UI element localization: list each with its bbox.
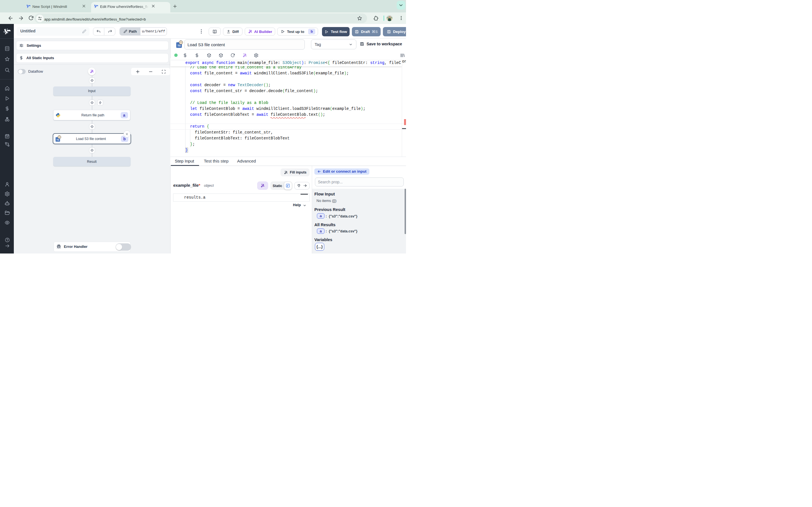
svg-text:TS: TS bbox=[177, 44, 181, 47]
svg-text:TS: TS bbox=[56, 138, 59, 141]
